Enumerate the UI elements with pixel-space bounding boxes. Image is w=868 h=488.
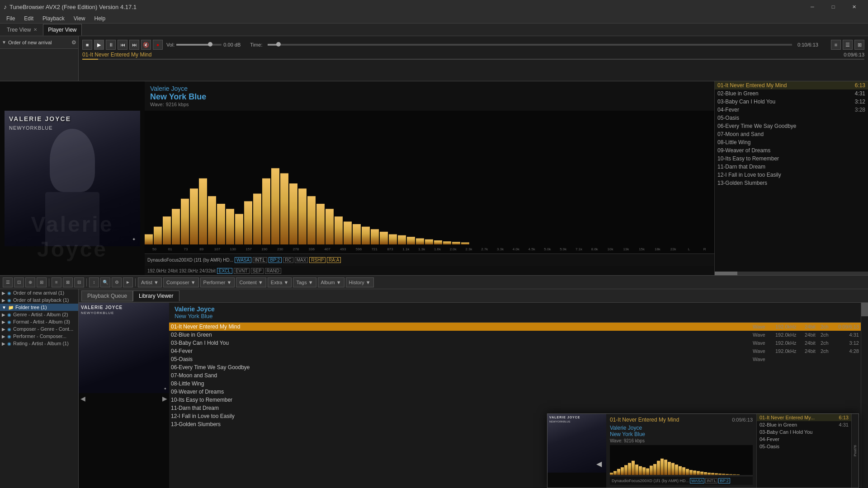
mini-track-item-3[interactable]: 03-Baby Can I Hold You [757, 428, 851, 436]
tab-player-view[interactable]: Player View [43, 24, 81, 36]
album-dropdown[interactable]: Album ▼ [318, 277, 344, 287]
track-row-2[interactable]: 02-Blue in Green Wave 192.0kHz 24bit 2ch… [169, 331, 861, 339]
track-list-item[interactable]: 05-Oasis [715, 114, 868, 122]
toolbar-btn-4[interactable]: ⊞ [37, 277, 47, 287]
pause-button[interactable]: ⏸ [106, 40, 116, 50]
menu-playback[interactable]: Playback [38, 14, 69, 23]
expand-icon-btn[interactable]: ⊞ [854, 40, 864, 50]
extra-dropdown[interactable]: Extra ▼ [268, 277, 292, 287]
history-dropdown[interactable]: History ▼ [346, 277, 374, 287]
track-row-6[interactable]: 06-Every Time We Say Goodbye [169, 363, 861, 371]
track-list-item[interactable]: 10-Its Easy to Remember [715, 155, 868, 163]
track-row-1[interactable]: 01-It Never Entered My Mind Wave 192.0kH… [169, 323, 861, 331]
mini-track-item-5[interactable]: 05-Oasis [757, 443, 851, 450]
sort-btn[interactable]: ↕ [89, 277, 99, 287]
play-button[interactable]: ▶ [94, 40, 104, 50]
next-button[interactable]: ⏭ [129, 40, 139, 50]
tree-expand-icon[interactable]: ▼ [2, 40, 6, 45]
track-row-9[interactable]: 09-Weaver of Dreams [169, 388, 861, 396]
stop-button[interactable]: ■ [82, 40, 92, 50]
track-list-item[interactable]: 01-It Never Entered My Mind6:13 [715, 81, 868, 89]
album-cover-artist-text: VALERIE JOYCE [81, 305, 123, 310]
track-row-3[interactable]: 03-Baby Can I Hold You Wave 192.0kHz 24b… [169, 339, 861, 347]
tab-library-viewer[interactable]: Library Viewer [133, 291, 179, 301]
album-prev-btn[interactable]: ◀ [80, 395, 85, 402]
mini-track-item-2[interactable]: 02-Blue in Green4:31 [757, 421, 851, 428]
menu-edit[interactable]: Edit [19, 14, 38, 23]
composer-dropdown[interactable]: Composer ▼ [163, 277, 199, 287]
performer-dropdown[interactable]: Performer ▼ [200, 277, 235, 287]
tree-node-performer[interactable]: ▶ ◉ Performer - Composer... [0, 333, 78, 340]
time-thumb[interactable] [276, 42, 281, 47]
track-list-item[interactable]: 13-Golden Slumbers [715, 179, 868, 187]
track-list-item[interactable]: 09-Weaver of Dreams [715, 146, 868, 155]
right-scrollbar-thumb[interactable] [861, 303, 868, 316]
tab-tree-view-close[interactable]: ✕ [33, 27, 37, 32]
tree-settings-icon[interactable]: ⚙ [71, 39, 76, 46]
content-dropdown[interactable]: Content ▼ [236, 277, 266, 287]
track-list-item[interactable]: 11-Darn that Dream [715, 163, 868, 171]
track-row-4[interactable]: 04-Fever Wave 192.0kHz 24bit 2ch 4:28 [169, 347, 861, 355]
track-list-item[interactable]: 02-Blue in Green4:31 [715, 89, 868, 98]
tree-node-rating[interactable]: ▶ ◉ Rating - Artist - Album (1) [0, 340, 78, 347]
volume-thumb[interactable] [208, 42, 212, 47]
toolbar-btn-6[interactable]: ⊠ [63, 277, 73, 287]
freq-label: 22k [665, 247, 681, 251]
tree-node-folder[interactable]: ▼ 📁 Folder tree (1) [0, 304, 78, 311]
mute-button[interactable]: 🔇 [141, 40, 151, 50]
mini-nav-arrow[interactable]: ◀ [596, 460, 602, 468]
track-row-5[interactable]: 05-Oasis Wave [169, 355, 861, 363]
record-button[interactable]: ● [153, 40, 163, 50]
mini-track-item-4[interactable]: 04-Fever [757, 436, 851, 443]
view-btn[interactable]: ► [123, 277, 133, 287]
artist-dropdown[interactable]: Artist ▼ [138, 277, 162, 287]
tab-playback-queue[interactable]: Playback Queue [81, 291, 133, 301]
track-list-item[interactable]: 04-Fever3:28 [715, 106, 868, 114]
menu-help[interactable]: Help [90, 14, 110, 23]
tree-node-genre[interactable]: ▶ ◉ Genre - Artist - Album (2) [0, 311, 78, 318]
track-row-8[interactable]: 08-Little Wing [169, 380, 861, 388]
volume-slider[interactable] [176, 44, 222, 46]
track-scrollbar[interactable] [715, 272, 868, 275]
tree-node-last-playback[interactable]: ▶ ◉ Order of last playback (1) [0, 296, 78, 304]
tree-node-new-arrival[interactable]: ▶ ◉ Order of new arrival (1) [0, 289, 78, 296]
close-button[interactable]: ✕ [844, 0, 864, 14]
dsp-bp2: BP:2 [269, 257, 282, 263]
time-slider[interactable] [268, 44, 792, 46]
track-list-scroll[interactable]: 01-It Never Entered My Mind6:13 02-Blue … [715, 81, 868, 272]
mini-track-list-panel[interactable]: 01-It Never Entered My...6:13 02-Blue in… [756, 414, 851, 488]
restore-button[interactable]: □ [823, 0, 844, 14]
tree-node-icon: ◉ [7, 291, 11, 296]
track-list-item[interactable]: 03-Baby Can I Hold You3:12 [715, 98, 868, 106]
toolbar-btn-5[interactable]: ≡ [52, 277, 61, 287]
track-list-item[interactable]: 06-Every Time We Say Goodbye [715, 122, 868, 130]
menu-file[interactable]: File [2, 14, 19, 23]
tree-node-format[interactable]: ▶ ◉ Format - Artist - Album (3) [0, 318, 78, 325]
track-row-11[interactable]: 11-Darn that Dream [169, 404, 861, 412]
toolbar-btn-3[interactable]: ⊕ [25, 277, 35, 287]
toolbar-btn-2[interactable]: ⊡ [14, 277, 24, 287]
eq-icon-btn[interactable]: ≡ [831, 40, 841, 50]
track-scrollbar-thumb[interactable] [715, 272, 737, 275]
track-list-item[interactable]: 12-I Fall in Love too Easily [715, 171, 868, 179]
filter-btn[interactable]: ⚙ [112, 277, 122, 287]
right-scrollbar-area[interactable] [861, 303, 868, 488]
tab-tree-view[interactable]: Tree View ✕ [2, 24, 42, 36]
toolbar-btn-7[interactable]: ⊟ [74, 277, 84, 287]
album-next-btn[interactable]: ▶ [162, 395, 167, 402]
track-list-item[interactable]: 07-Moon and Sand [715, 130, 868, 138]
tree-node-composer[interactable]: ▶ ◉ Composer - Genre - Cont... [0, 325, 78, 333]
track-list-item[interactable]: 08-Little Wing [715, 138, 868, 146]
track-progress-bar[interactable] [82, 59, 864, 60]
search-btn[interactable]: 🔍 [100, 277, 110, 287]
mini-track-item-active[interactable]: 01-It Never Entered My...6:13 [757, 414, 851, 421]
tags-dropdown[interactable]: Tags ▼ [293, 277, 316, 287]
minimize-button[interactable]: ─ [802, 0, 823, 14]
toolbar-btn-1[interactable]: ☰ [3, 277, 13, 287]
list-icon-btn[interactable]: ☰ [843, 40, 853, 50]
track-row-10[interactable]: 10-Its Easy to Remember [169, 396, 861, 404]
prev-button[interactable]: ⏮ [118, 40, 127, 50]
track-row-7[interactable]: 07-Moon and Sand [169, 371, 861, 380]
menu-view[interactable]: View [69, 14, 90, 23]
mini-dsp-bp2: BP:2 [718, 478, 730, 483]
